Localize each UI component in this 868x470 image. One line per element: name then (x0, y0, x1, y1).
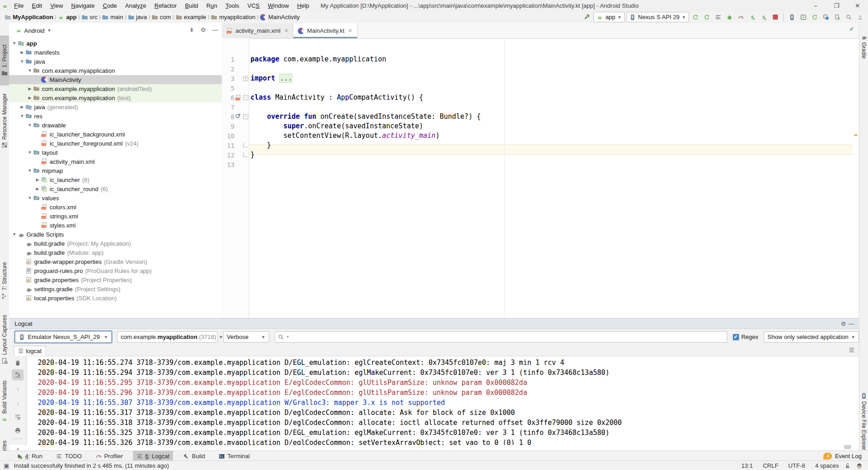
tree-row[interactable]: settings.gradle (Project Settings) (9, 284, 222, 293)
tree-row[interactable]: ▼ com.example.myapplication (9, 66, 222, 75)
toolwindow-button-todo[interactable]: TODO (52, 451, 85, 461)
fold-marker-icon[interactable]: − (243, 114, 248, 119)
menu-navigate[interactable]: Navigate (67, 0, 98, 11)
device-manager-icon[interactable] (787, 12, 797, 22)
tree-expand-icon[interactable]: ▶ (27, 86, 32, 91)
hide-panel-icon[interactable]: — (212, 26, 218, 33)
tree-expand-icon[interactable]: ▶ (35, 187, 40, 191)
profile-icon[interactable] (736, 12, 746, 22)
tree-row[interactable]: ▼ mipmap (9, 166, 222, 175)
overriding-method-icon[interactable] (235, 113, 242, 120)
tool-stripe-device-file-explorer[interactable]: Device File Explorer (859, 380, 868, 462)
tree-row[interactable]: local.properties (SDK Location) (9, 293, 222, 303)
tree-expand-icon[interactable]: ▼ (27, 123, 32, 127)
breadcrumb-item[interactable]: app (58, 14, 77, 21)
tree-row[interactable]: ▼ java (9, 57, 222, 66)
printer-icon[interactable] (12, 425, 24, 436)
device-selector-toolbar[interactable]: Nexus S API 29▼ (626, 12, 689, 22)
soft-wrap-icon[interactable] (12, 411, 24, 422)
tool-stripe-1-project[interactable]: 1: Project (0, 35, 9, 86)
line-separator[interactable]: CRLF (763, 462, 778, 469)
breadcrumb-item[interactable]: MainActivity (260, 14, 300, 21)
tree-row[interactable]: <> ic_launcher_foreground.xml (v24) (9, 139, 222, 148)
avatar-icon[interactable] (855, 12, 865, 22)
logcat-tab[interactable]: ☰ logcat (14, 346, 46, 356)
gradle-sync-icon[interactable] (810, 12, 820, 22)
apply-changes-icon[interactable] (690, 12, 700, 22)
tree-row[interactable]: ▼ app (9, 39, 222, 48)
menu-analyze[interactable]: Analyze (121, 0, 150, 11)
breadcrumb-item[interactable]: java (128, 14, 147, 21)
related-layout-icon[interactable]: <> (235, 94, 242, 101)
breadcrumb-item[interactable]: MyApplication (5, 14, 53, 21)
editor-area[interactable]: <> activity_main.xml ✕ MainActivity.kt ✕… (222, 23, 859, 318)
tree-row[interactable]: <> strings.xml (9, 212, 222, 221)
menu-build[interactable]: Build (181, 0, 202, 11)
regex-checkbox[interactable]: ✔ Regex (733, 334, 759, 340)
tree-expand-icon[interactable]: ▼ (27, 150, 32, 155)
breadcrumb-item[interactable]: example (176, 14, 206, 21)
project-view-header[interactable]: Android ▼ ⇟ ⚙ — (9, 23, 222, 38)
tree-expand-icon[interactable]: ▶ (27, 96, 32, 100)
logcat-header[interactable]: Logcat ⚙ — (9, 318, 859, 329)
status-message[interactable]: Install successfully finished in 2 s 465… (14, 462, 169, 469)
tree-row[interactable]: <> colors.xml (9, 202, 222, 212)
toolwindow-button-terminal[interactable]: Terminal (215, 451, 253, 461)
tree-expand-icon[interactable]: ▶ (35, 177, 40, 182)
logcat-filter-selector[interactable]: Show only selected application ▼ (764, 331, 859, 343)
toolwindow-toggle-icon[interactable]: ▣ (4, 462, 9, 469)
tree-expand-icon[interactable]: ▶ (20, 50, 25, 55)
menu-code[interactable]: Code (99, 0, 121, 11)
run-configuration-selector[interactable]: app▼ (593, 12, 625, 22)
toolwindow-button-4-run[interactable]: 4: Run (13, 451, 46, 461)
menu-run[interactable]: Run (202, 0, 221, 11)
tree-expand-icon[interactable]: ▼ (12, 232, 17, 237)
logcat-output[interactable]: 2020-04-19 11:16:55.274 3718-3739/com.ex… (27, 356, 856, 445)
scrollbar-thumb[interactable] (844, 445, 851, 449)
event-log-button[interactable]: 4 Event Log (823, 451, 862, 461)
apply-code-changes-icon[interactable] (702, 12, 712, 22)
tree-expand-icon[interactable]: ▼ (27, 68, 32, 73)
close-tab-icon[interactable]: ✕ (284, 28, 288, 34)
tree-expand-icon[interactable]: ▼ (20, 114, 25, 118)
fold-marker-icon[interactable] (243, 152, 248, 157)
tree-row[interactable]: ▶ java (generated) (9, 102, 222, 111)
tree-expand-icon[interactable]: ▼ (27, 196, 32, 200)
collapse-all-icon[interactable]: ⇟ (189, 26, 194, 33)
wrench-icon[interactable] (582, 12, 592, 22)
project-view-mode[interactable]: Android (24, 27, 45, 34)
hide-panel-icon[interactable]: — (848, 320, 854, 327)
menu-tools[interactable]: Tools (221, 0, 243, 11)
window-minimize-button[interactable]: – (805, 0, 826, 11)
tree-row[interactable]: ▼ Gradle Scripts (9, 230, 222, 239)
tree-row[interactable]: build.gradle (Module: app) (9, 248, 222, 257)
indent-setting[interactable]: 4 spaces (815, 462, 839, 469)
logcat-search-input[interactable]: ▼ (275, 331, 727, 343)
console-settings-icon[interactable]: ☰ (849, 347, 854, 354)
tree-row[interactable]: ▼ res (9, 111, 222, 121)
window-maximize-button[interactable]: ❒ (826, 0, 847, 11)
arrow-down-icon[interactable]: ↓ (12, 398, 24, 409)
tree-row[interactable]: <> ic_launcher_background.xml (9, 130, 222, 139)
menu-refactor[interactable]: Refactor (150, 0, 181, 11)
sdk-manager-icon[interactable] (832, 12, 842, 22)
editor-tab[interactable]: <> activity_main.xml ✕ (222, 23, 293, 38)
window-close-button[interactable]: ✕ (847, 0, 868, 11)
tree-row[interactable]: ▼ layout (9, 148, 222, 157)
breadcrumb-item[interactable]: main (102, 14, 123, 21)
tree-expand-icon[interactable]: ▼ (20, 59, 25, 64)
breadcrumb-item[interactable]: com (152, 14, 171, 21)
fold-marker-icon[interactable]: + (243, 76, 248, 81)
arrow-up-icon[interactable]: ↑ (12, 384, 24, 395)
tree-row[interactable]: ▶ manifests (9, 48, 222, 57)
process-selector[interactable]: com.example.myapplication (3718) ▼ (117, 331, 218, 343)
avd-play-icon[interactable] (798, 12, 808, 22)
tree-row[interactable]: gradle-wrapper.properties (Gradle Versio… (9, 257, 222, 266)
file-encoding[interactable]: UTF-8 (788, 462, 805, 469)
toolwindow-button-build[interactable]: Build (179, 451, 209, 461)
gear-icon[interactable]: ⚙ (200, 26, 206, 33)
tool-stripe-resource-manager[interactable]: Resource Manager (0, 90, 9, 152)
menu-file[interactable]: File (10, 0, 28, 11)
tree-row[interactable]: <> activity_main.xml (9, 157, 222, 166)
run-tasks-icon[interactable] (713, 12, 723, 22)
